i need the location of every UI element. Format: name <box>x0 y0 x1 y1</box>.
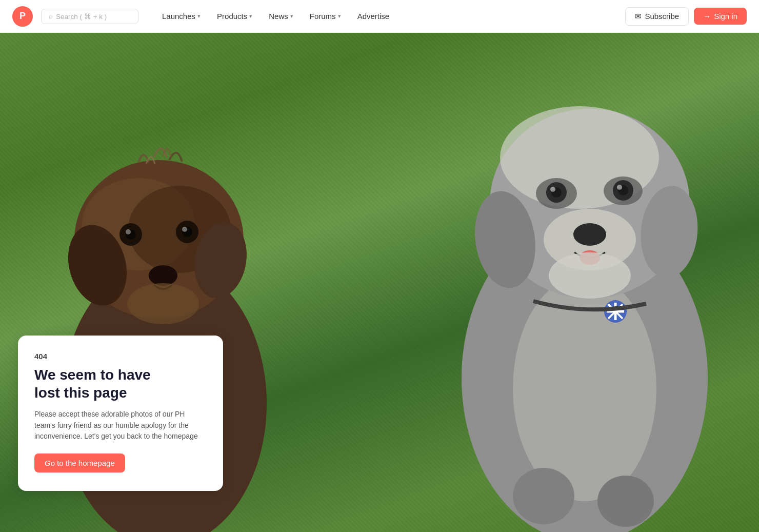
chevron-down-icon: ▾ <box>290 13 293 19</box>
nav-item-news[interactable]: News ▾ <box>262 8 301 25</box>
go-to-homepage-button[interactable]: Go to the homepage <box>34 454 125 472</box>
nav-item-launches[interactable]: Launches ▾ <box>155 8 208 25</box>
error-code: 404 <box>34 352 207 361</box>
nav-item-products[interactable]: Products ▾ <box>210 8 259 25</box>
svg-point-38 <box>597 476 654 527</box>
svg-point-24 <box>550 187 555 192</box>
svg-point-11 <box>182 227 187 232</box>
svg-point-8 <box>126 229 131 234</box>
nav-label-forums: Forums <box>310 12 336 21</box>
nav-label-launches: Launches <box>162 12 195 21</box>
nav-item-forums[interactable]: Forums ▾ <box>303 8 348 25</box>
nav-label-products: Products <box>217 12 247 21</box>
subscribe-button[interactable]: ✉ Subscribe <box>625 7 689 26</box>
grass-background: 404 We seem to have lost this page Pleas… <box>0 33 759 532</box>
error-title: We seem to have lost this page <box>34 366 207 402</box>
nav-links: Launches ▾ Products ▾ News ▾ Forums ▾ Ad… <box>155 8 621 25</box>
chevron-down-icon: ▾ <box>197 13 201 19</box>
dog-right-svg <box>390 70 749 532</box>
nav-label-advertise: Advertise <box>357 12 390 21</box>
nav-label-news: News <box>269 12 288 21</box>
logo[interactable]: P <box>12 6 33 27</box>
signin-button[interactable]: → Sign in <box>694 8 747 25</box>
chevron-down-icon: ▾ <box>338 13 341 19</box>
svg-point-27 <box>617 185 622 190</box>
error-card: 404 We seem to have lost this page Pleas… <box>18 336 223 491</box>
subscribe-label: Subscribe <box>645 12 679 21</box>
nav-item-advertise[interactable]: Advertise <box>350 8 397 25</box>
error-description: Please accept these adorable photos of o… <box>34 409 207 442</box>
svg-point-13 <box>127 283 199 324</box>
svg-point-29 <box>573 223 606 246</box>
signin-icon: → <box>703 12 711 21</box>
subscribe-icon: ✉ <box>635 12 642 21</box>
search-bar[interactable]: ⌕ Search ( ⌘ + k ) <box>41 9 138 24</box>
signin-label: Sign in <box>714 12 737 21</box>
svg-point-31 <box>549 252 631 299</box>
dog-right-container <box>328 33 759 532</box>
chevron-down-icon: ▾ <box>249 13 252 19</box>
nav-actions: ✉ Subscribe → Sign in <box>625 7 747 26</box>
svg-point-37 <box>513 468 574 524</box>
search-icon: ⌕ <box>49 12 53 20</box>
svg-point-12 <box>149 265 177 286</box>
hero-background: 404 We seem to have lost this page Pleas… <box>0 33 759 532</box>
navbar: P ⌕ Search ( ⌘ + k ) Launches ▾ Products… <box>0 0 759 33</box>
search-placeholder: Search ( ⌘ + k ) <box>56 12 107 21</box>
